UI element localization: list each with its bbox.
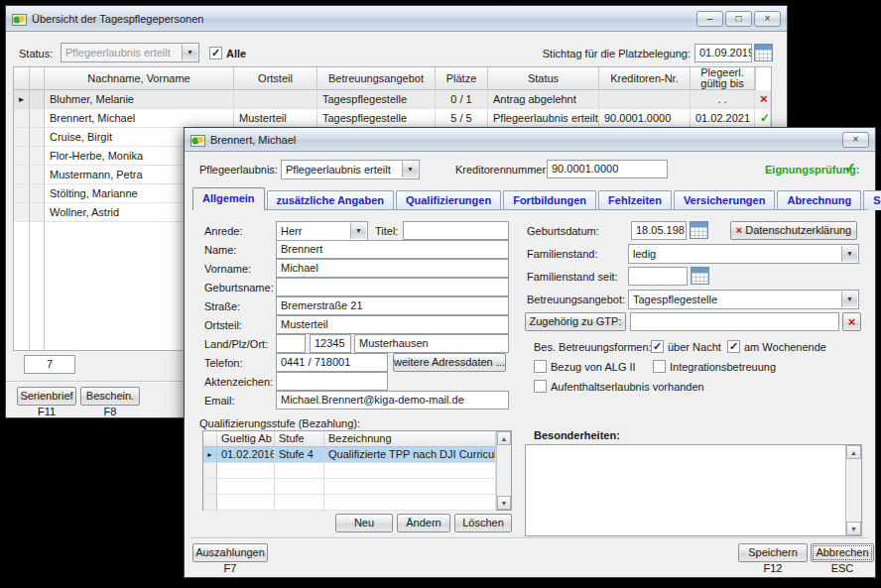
overview-titlebar[interactable]: Übersicht der Tagespflegepersonen – □ ×	[6, 6, 787, 32]
name-field[interactable]: Brennert	[276, 240, 509, 259]
quali-col-bezeichnung[interactable]: Bezeichnung	[324, 431, 496, 446]
serienbrief-button[interactable]: Serienbrief	[17, 387, 76, 406]
tab-versicherungen[interactable]: Versicherungen	[674, 190, 776, 210]
col-status[interactable]: Status	[488, 67, 599, 89]
indicator-column-line	[44, 222, 45, 350]
col-indicator[interactable]	[30, 67, 45, 89]
col-name[interactable]: Nachname, Vorname	[45, 67, 234, 89]
alg2-checkbox[interactable]	[534, 360, 547, 373]
cross-icon: ×	[736, 224, 742, 236]
aufenthaltserlaubnis-checkbox[interactable]	[534, 380, 547, 393]
chevron-down-icon[interactable]: ▼	[841, 292, 857, 307]
ueber-nacht-checkbox[interactable]: ✓	[651, 340, 664, 353]
stichtag-date-field[interactable]: 01.09.2019	[694, 44, 752, 62]
gtp-clear-button[interactable]: ×	[842, 312, 861, 331]
ort-field[interactable]: Musterhausen	[354, 334, 509, 353]
scroll-down-icon[interactable]: ▼	[846, 522, 861, 535]
weitere-adressdaten-button[interactable]: weitere Adressdaten ...	[393, 353, 506, 372]
col-selector[interactable]	[14, 67, 30, 89]
ortsteil-field[interactable]: Musterteil	[276, 315, 509, 334]
table-row[interactable]: Brennert, Michael Musterteil Tagespflege…	[14, 109, 771, 128]
tab-divider	[192, 209, 867, 210]
tab-qualifizierungen[interactable]: Qualifizierungen	[396, 190, 501, 210]
persons-table-header: Nachname, Vorname Ortsteil Betreuungsang…	[14, 67, 756, 90]
zugehoerig-gtp-button[interactable]: Zugehörig zu GTP:	[525, 312, 626, 331]
quali-col-gueltig-ab[interactable]: Gueltig Ab	[217, 431, 275, 446]
loeschen-button[interactable]: Löschen	[454, 514, 512, 532]
gtp-field[interactable]	[630, 312, 839, 331]
col-angebot[interactable]: Betreuungsangebot	[317, 67, 436, 89]
besonderheiten-scrollbar[interactable]: ▲ ▼	[845, 445, 861, 535]
plz-field[interactable]: 12345	[310, 334, 351, 353]
detail-window-title: Brennert, Michael	[210, 134, 296, 146]
tab-abrechnung[interactable]: Abrechnung	[777, 190, 861, 210]
tab-fehlzeiten[interactable]: Fehlzeiten	[598, 190, 672, 210]
datenschutzerklaerung-button[interactable]: × Datenschutzerklärung	[730, 221, 857, 240]
familienstand-seit-label: Familienstand seit:	[527, 268, 618, 286]
calendar-icon[interactable]	[754, 44, 773, 61]
close-icon[interactable]: ×	[754, 11, 781, 27]
detail-titlebar[interactable]: Brennert, Michael ×	[185, 128, 875, 152]
am-wochenende-checkbox[interactable]: ✓	[727, 340, 740, 353]
tab-zusaetzliche-angaben[interactable]: zusätzliche Angaben	[267, 190, 394, 210]
eignungspruefung-check-icon: ✓	[844, 159, 856, 176]
land-field[interactable]	[276, 334, 306, 353]
bes-betreuungsformen-label: Bes. Betreuungsformen:	[534, 338, 652, 356]
quali-row[interactable]: ► 01.02.2016 Stufe 4 Qualifizierte TPP n…	[203, 447, 496, 463]
alle-checkbox[interactable]: ✓	[209, 47, 222, 59]
aktenzeichen-field[interactable]	[276, 372, 388, 391]
selector-column-line	[29, 222, 30, 350]
chevron-down-icon[interactable]: ▼	[841, 246, 857, 262]
kreditorennummer-field[interactable]: 90.0001.0000	[547, 160, 668, 178]
chevron-down-icon[interactable]: ▼	[182, 45, 197, 60]
aendern-button[interactable]: Ändern	[397, 514, 450, 532]
auszahlungen-fkey: F7	[192, 562, 268, 574]
scroll-up-icon[interactable]: ▲	[497, 431, 511, 445]
col-gueltig[interactable]: Plegeerl. gültig bis	[691, 67, 755, 89]
quali-row[interactable]	[203, 463, 496, 479]
betreuungsangebot-combobox[interactable]: Tagespflegestelle ▼	[628, 290, 859, 309]
beschein-button[interactable]: Beschein.	[80, 387, 140, 406]
chevron-down-icon[interactable]: ▼	[350, 223, 366, 239]
chevron-down-icon[interactable]: ▼	[402, 162, 418, 177]
col-kreditor[interactable]: Kreditoren-Nr.	[599, 67, 691, 89]
email-field[interactable]: Michael.Brennert@kiga-demo-mail.de	[276, 391, 509, 410]
besonderheiten-textarea[interactable]: ▲ ▼	[525, 444, 862, 536]
maximize-icon[interactable]: □	[725, 11, 752, 27]
familienstand-seit-field[interactable]	[628, 267, 688, 286]
tab-schriftverkehr[interactable]: Schriftverkehr	[863, 190, 881, 210]
abbrechen-button[interactable]: Abbrechen	[811, 543, 874, 562]
status-combobox[interactable]: Pflegeerlaubnis erteilt ▼	[61, 43, 199, 62]
telefon-field[interactable]: 0441 / 718001	[276, 353, 388, 372]
overview-window-title: Übersicht der Tagespflegepersonen	[32, 13, 203, 25]
quali-scrollbar[interactable]: ▲ ▼	[496, 431, 511, 510]
calendar-icon[interactable]	[691, 267, 709, 285]
strasse-field[interactable]: Bremerstraße 21	[276, 296, 509, 315]
neu-button[interactable]: Neu	[335, 514, 393, 532]
anrede-combobox[interactable]: Herr ▼	[276, 221, 368, 241]
quali-row[interactable]	[203, 495, 496, 511]
titel-field[interactable]	[403, 221, 509, 240]
col-ortsteil[interactable]: Ortsteil	[234, 67, 317, 89]
anrede-label: Anrede:	[204, 222, 243, 240]
geburtsdatum-field[interactable]: 18.05.1987	[631, 221, 687, 240]
vorname-field[interactable]: Michael	[276, 259, 509, 278]
scroll-down-icon[interactable]: ▼	[497, 496, 511, 510]
col-plaetze[interactable]: Plätze	[436, 67, 488, 89]
auszahlungen-button[interactable]: Auszahlungen	[192, 543, 268, 562]
speichern-button[interactable]: Speichern	[738, 543, 808, 562]
detail-window: Brennert, Michael × Pflegeerlaubnis: Pfl…	[184, 127, 876, 578]
quali-col-stufe[interactable]: Stufe	[275, 431, 324, 446]
tab-fortbildungen[interactable]: Fortbildungen	[503, 190, 596, 210]
calendar-icon[interactable]	[690, 221, 708, 239]
table-row[interactable]: ► Bluhmer, Melanie Tagespflegestelle 0 /…	[14, 90, 771, 109]
integrationsbetreuung-checkbox[interactable]	[653, 360, 666, 373]
minimize-icon[interactable]: –	[696, 11, 723, 27]
tab-allgemein[interactable]: Allgemein	[192, 187, 265, 210]
close-icon[interactable]: ×	[842, 132, 869, 148]
scroll-up-icon[interactable]: ▲	[846, 445, 861, 459]
pflegeerlaubnis-combobox[interactable]: Pflegeerlaubnis erteilt ▼	[281, 160, 420, 179]
familienstand-combobox[interactable]: ledig ▼	[628, 244, 859, 264]
geburtsname-field[interactable]	[276, 278, 509, 296]
quali-row[interactable]	[203, 479, 496, 495]
